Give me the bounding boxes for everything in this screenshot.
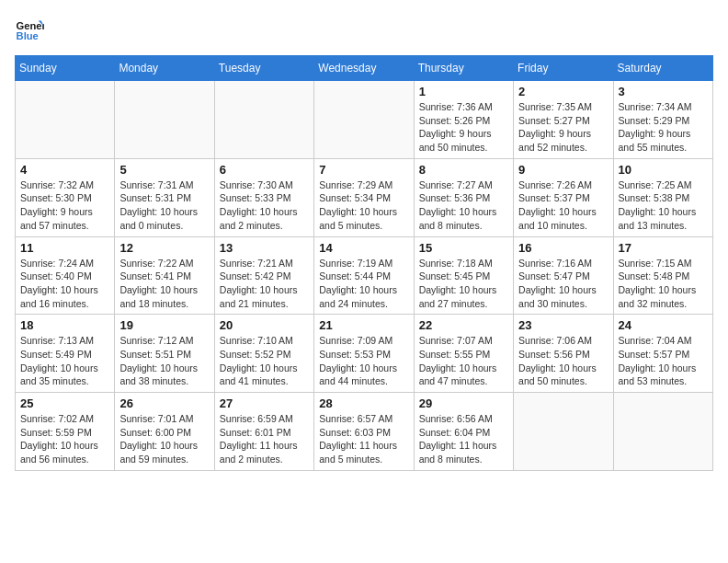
calendar-cell xyxy=(214,81,313,159)
day-number: 16 xyxy=(518,241,608,255)
day-info: Sunrise: 7:30 AM Sunset: 5:33 PM Dayligh… xyxy=(220,178,309,233)
calendar-cell: 6Sunrise: 7:30 AM Sunset: 5:33 PM Daylig… xyxy=(214,158,313,236)
day-number: 8 xyxy=(419,163,508,177)
calendar-cell: 4Sunrise: 7:32 AM Sunset: 5:30 PM Daylig… xyxy=(16,158,115,236)
calendar-cell xyxy=(16,81,115,159)
day-info: Sunrise: 7:26 AM Sunset: 5:37 PM Dayligh… xyxy=(518,178,608,233)
day-number: 6 xyxy=(220,163,309,177)
day-number: 7 xyxy=(319,163,408,177)
calendar-cell: 24Sunrise: 7:04 AM Sunset: 5:57 PM Dayli… xyxy=(613,315,712,393)
day-number: 18 xyxy=(20,318,109,332)
calendar-cell: 17Sunrise: 7:15 AM Sunset: 5:48 PM Dayli… xyxy=(613,236,712,315)
day-number: 26 xyxy=(119,396,209,410)
day-info: Sunrise: 7:13 AM Sunset: 5:49 PM Dayligh… xyxy=(20,334,109,388)
calendar-cell: 9Sunrise: 7:26 AM Sunset: 5:37 PM Daylig… xyxy=(514,158,613,236)
calendar-cell: 20Sunrise: 7:10 AM Sunset: 5:52 PM Dayli… xyxy=(214,315,313,393)
calendar-week-row: 4Sunrise: 7:32 AM Sunset: 5:30 PM Daylig… xyxy=(16,158,713,236)
day-info: Sunrise: 7:07 AM Sunset: 5:55 PM Dayligh… xyxy=(419,334,508,388)
calendar-cell: 15Sunrise: 7:18 AM Sunset: 5:45 PM Dayli… xyxy=(414,236,513,315)
calendar-cell: 19Sunrise: 7:12 AM Sunset: 5:51 PM Dayli… xyxy=(115,315,214,393)
calendar-cell xyxy=(613,393,712,471)
day-info: Sunrise: 7:27 AM Sunset: 5:36 PM Dayligh… xyxy=(419,178,508,233)
calendar-cell: 2Sunrise: 7:35 AM Sunset: 5:27 PM Daylig… xyxy=(514,81,613,159)
day-number: 2 xyxy=(518,85,608,98)
day-number: 22 xyxy=(419,318,508,332)
day-info: Sunrise: 7:34 AM Sunset: 5:29 PM Dayligh… xyxy=(619,100,708,155)
calendar-week-row: 1Sunrise: 7:36 AM Sunset: 5:26 PM Daylig… xyxy=(16,81,713,159)
day-number: 28 xyxy=(319,396,408,410)
calendar-cell: 25Sunrise: 7:02 AM Sunset: 5:59 PM Dayli… xyxy=(16,393,115,471)
day-number: 24 xyxy=(619,318,708,332)
day-number: 11 xyxy=(20,241,109,255)
calendar-header-saturday: Saturday xyxy=(613,56,712,81)
logo: General Blue xyxy=(15,15,48,44)
day-info: Sunrise: 7:31 AM Sunset: 5:31 PM Dayligh… xyxy=(119,178,209,233)
day-number: 10 xyxy=(619,163,708,177)
day-number: 20 xyxy=(220,318,309,332)
calendar-cell: 13Sunrise: 7:21 AM Sunset: 5:42 PM Dayli… xyxy=(214,236,313,315)
calendar-cell: 11Sunrise: 7:24 AM Sunset: 5:40 PM Dayli… xyxy=(16,236,115,315)
day-info: Sunrise: 6:57 AM Sunset: 6:03 PM Dayligh… xyxy=(319,412,408,466)
calendar-cell: 21Sunrise: 7:09 AM Sunset: 5:53 PM Dayli… xyxy=(314,315,414,393)
calendar-week-row: 18Sunrise: 7:13 AM Sunset: 5:49 PM Dayli… xyxy=(16,315,713,393)
day-info: Sunrise: 7:12 AM Sunset: 5:51 PM Dayligh… xyxy=(119,334,209,388)
calendar-cell: 28Sunrise: 6:57 AM Sunset: 6:03 PM Dayli… xyxy=(314,393,414,471)
day-info: Sunrise: 7:06 AM Sunset: 5:56 PM Dayligh… xyxy=(518,334,608,388)
calendar-cell xyxy=(115,81,214,159)
day-info: Sunrise: 7:01 AM Sunset: 6:00 PM Dayligh… xyxy=(119,412,209,466)
calendar-table: SundayMondayTuesdayWednesdayThursdayFrid… xyxy=(15,55,713,471)
day-info: Sunrise: 6:56 AM Sunset: 6:04 PM Dayligh… xyxy=(419,412,508,466)
day-number: 17 xyxy=(619,241,708,255)
calendar-header-monday: Monday xyxy=(115,56,214,81)
day-info: Sunrise: 7:19 AM Sunset: 5:44 PM Dayligh… xyxy=(319,257,408,311)
day-info: Sunrise: 7:18 AM Sunset: 5:45 PM Dayligh… xyxy=(419,257,508,311)
day-number: 14 xyxy=(319,241,408,255)
calendar-week-row: 11Sunrise: 7:24 AM Sunset: 5:40 PM Dayli… xyxy=(16,236,713,315)
calendar-header-thursday: Thursday xyxy=(414,56,513,81)
calendar-cell: 22Sunrise: 7:07 AM Sunset: 5:55 PM Dayli… xyxy=(414,315,513,393)
calendar-cell: 23Sunrise: 7:06 AM Sunset: 5:56 PM Dayli… xyxy=(514,315,613,393)
day-info: Sunrise: 7:29 AM Sunset: 5:34 PM Dayligh… xyxy=(319,178,408,233)
calendar-header-tuesday: Tuesday xyxy=(214,56,313,81)
day-number: 5 xyxy=(119,163,209,177)
day-info: Sunrise: 7:15 AM Sunset: 5:48 PM Dayligh… xyxy=(619,257,708,311)
day-number: 19 xyxy=(119,318,209,332)
day-info: Sunrise: 7:10 AM Sunset: 5:52 PM Dayligh… xyxy=(220,334,309,388)
calendar-cell: 29Sunrise: 6:56 AM Sunset: 6:04 PM Dayli… xyxy=(414,393,513,471)
day-number: 25 xyxy=(20,396,109,410)
calendar-cell: 26Sunrise: 7:01 AM Sunset: 6:00 PM Dayli… xyxy=(115,393,214,471)
calendar-cell: 14Sunrise: 7:19 AM Sunset: 5:44 PM Dayli… xyxy=(314,236,414,315)
day-info: Sunrise: 7:21 AM Sunset: 5:42 PM Dayligh… xyxy=(220,257,309,311)
day-number: 12 xyxy=(119,241,209,255)
day-info: Sunrise: 7:22 AM Sunset: 5:41 PM Dayligh… xyxy=(119,257,209,311)
day-number: 21 xyxy=(319,318,408,332)
day-number: 23 xyxy=(518,318,608,332)
calendar-cell: 3Sunrise: 7:34 AM Sunset: 5:29 PM Daylig… xyxy=(613,81,712,159)
svg-text:Blue: Blue xyxy=(17,30,39,41)
calendar-header-friday: Friday xyxy=(514,56,613,81)
calendar-week-row: 25Sunrise: 7:02 AM Sunset: 5:59 PM Dayli… xyxy=(16,393,713,471)
day-info: Sunrise: 7:35 AM Sunset: 5:27 PM Dayligh… xyxy=(518,100,608,155)
day-info: Sunrise: 7:04 AM Sunset: 5:57 PM Dayligh… xyxy=(619,334,708,388)
day-number: 27 xyxy=(220,396,309,410)
day-info: Sunrise: 7:16 AM Sunset: 5:47 PM Dayligh… xyxy=(518,257,608,311)
calendar-cell: 7Sunrise: 7:29 AM Sunset: 5:34 PM Daylig… xyxy=(314,158,414,236)
page-header: General Blue xyxy=(15,15,713,44)
calendar-cell: 16Sunrise: 7:16 AM Sunset: 5:47 PM Dayli… xyxy=(514,236,613,315)
day-number: 29 xyxy=(419,396,508,410)
calendar-cell: 18Sunrise: 7:13 AM Sunset: 5:49 PM Dayli… xyxy=(16,315,115,393)
day-number: 1 xyxy=(419,85,508,98)
calendar-cell: 1Sunrise: 7:36 AM Sunset: 5:26 PM Daylig… xyxy=(414,81,513,159)
calendar-cell xyxy=(314,81,414,159)
day-number: 9 xyxy=(518,163,608,177)
calendar-cell xyxy=(514,393,613,471)
calendar-cell: 27Sunrise: 6:59 AM Sunset: 6:01 PM Dayli… xyxy=(214,393,313,471)
day-info: Sunrise: 7:25 AM Sunset: 5:38 PM Dayligh… xyxy=(619,178,708,233)
calendar-header-wednesday: Wednesday xyxy=(314,56,414,81)
calendar-header-sunday: Sunday xyxy=(16,56,115,81)
calendar-cell: 5Sunrise: 7:31 AM Sunset: 5:31 PM Daylig… xyxy=(115,158,214,236)
logo-icon: General Blue xyxy=(15,15,44,44)
day-info: Sunrise: 6:59 AM Sunset: 6:01 PM Dayligh… xyxy=(220,412,309,466)
calendar-header-row: SundayMondayTuesdayWednesdayThursdayFrid… xyxy=(16,56,713,81)
day-info: Sunrise: 7:36 AM Sunset: 5:26 PM Dayligh… xyxy=(419,100,508,155)
